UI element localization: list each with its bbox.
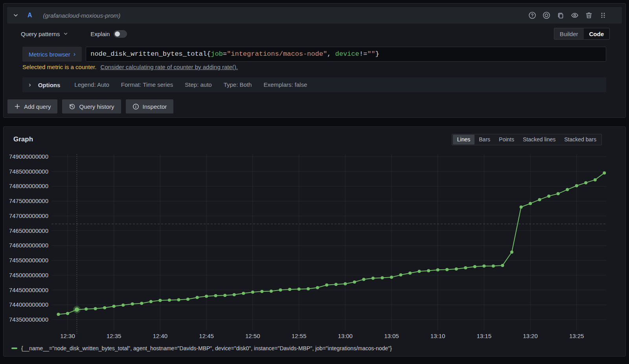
collapse-chevron-icon[interactable] bbox=[13, 12, 19, 18]
data-point[interactable] bbox=[223, 294, 226, 297]
data-point[interactable] bbox=[307, 287, 310, 291]
data-point[interactable] bbox=[538, 198, 541, 201]
history-icon bbox=[69, 103, 75, 110]
view-mode-stacked-lines[interactable]: Stacked lines bbox=[519, 135, 560, 145]
data-point[interactable] bbox=[547, 194, 550, 198]
promql-query-input[interactable]: node_disk_written_bytes_total{job="integ… bbox=[86, 47, 606, 62]
help-icon[interactable] bbox=[528, 11, 536, 19]
data-point[interactable] bbox=[233, 293, 236, 296]
add-query-button[interactable]: Add query bbox=[7, 99, 57, 113]
data-point[interactable] bbox=[399, 273, 402, 276]
y-axis-tick-label: 747500000000 bbox=[9, 198, 48, 204]
data-point[interactable] bbox=[270, 290, 273, 293]
data-point[interactable] bbox=[344, 282, 347, 285]
data-point[interactable] bbox=[381, 276, 384, 280]
data-point[interactable] bbox=[242, 292, 245, 295]
data-point[interactable] bbox=[427, 269, 430, 273]
query-history-button[interactable]: Query history bbox=[62, 99, 121, 113]
data-point[interactable] bbox=[566, 188, 569, 191]
explain-label: Explain bbox=[90, 31, 110, 37]
data-point[interactable] bbox=[520, 205, 523, 209]
add-rate-link[interactable]: Consider calculating rate of counter by … bbox=[101, 64, 238, 70]
data-point[interactable] bbox=[131, 302, 134, 305]
y-axis-tick-label: 747000000000 bbox=[9, 212, 48, 219]
explain-toggle[interactable] bbox=[114, 30, 127, 38]
data-point[interactable] bbox=[325, 284, 328, 287]
data-point[interactable] bbox=[85, 307, 88, 311]
toggle-knob bbox=[115, 31, 120, 37]
query-token: = bbox=[223, 50, 227, 58]
data-point[interactable] bbox=[362, 278, 365, 281]
builder-mode-button[interactable]: Builder bbox=[554, 28, 584, 39]
code-mode-button[interactable]: Code bbox=[584, 28, 610, 39]
data-point[interactable] bbox=[584, 181, 587, 184]
options-summary-item: Type: Both bbox=[224, 81, 252, 88]
data-point[interactable] bbox=[335, 283, 338, 286]
data-point[interactable] bbox=[260, 290, 263, 293]
view-mode-bars[interactable]: Bars bbox=[475, 135, 495, 145]
x-axis-tick-label: 12:35 bbox=[107, 333, 121, 339]
data-point[interactable] bbox=[603, 172, 606, 175]
data-point[interactable] bbox=[279, 289, 282, 292]
data-point[interactable] bbox=[390, 276, 393, 279]
data-point[interactable] bbox=[464, 266, 467, 269]
data-point[interactable] bbox=[112, 305, 116, 308]
data-point[interactable] bbox=[529, 202, 532, 205]
data-point[interactable] bbox=[196, 296, 199, 299]
data-point[interactable] bbox=[214, 294, 217, 297]
data-point[interactable] bbox=[251, 291, 254, 294]
data-point[interactable] bbox=[168, 298, 171, 302]
record-circle-icon[interactable] bbox=[543, 11, 550, 19]
drag-handle-icon[interactable] bbox=[599, 11, 607, 19]
data-point[interactable] bbox=[186, 298, 189, 301]
data-point[interactable] bbox=[436, 268, 440, 271]
view-mode-lines[interactable]: Lines bbox=[453, 135, 475, 145]
data-point[interactable] bbox=[158, 299, 162, 302]
data-point[interactable] bbox=[455, 267, 458, 271]
eye-icon[interactable] bbox=[571, 11, 579, 19]
copy-icon[interactable] bbox=[557, 11, 565, 19]
data-point[interactable] bbox=[316, 286, 319, 289]
data-point[interactable] bbox=[557, 192, 560, 195]
data-point[interactable] bbox=[57, 313, 60, 316]
data-point[interactable] bbox=[94, 307, 97, 310]
data-point[interactable] bbox=[473, 265, 476, 268]
data-point[interactable] bbox=[445, 268, 449, 271]
options-label: Options bbox=[38, 82, 61, 88]
data-point[interactable] bbox=[482, 264, 486, 267]
trash-icon[interactable] bbox=[585, 11, 593, 19]
datasource-hint: (grafanacloud-moxious-prom) bbox=[43, 12, 528, 19]
data-point[interactable] bbox=[140, 302, 143, 305]
query-row-header[interactable]: A (grafanacloud-moxious-prom) bbox=[7, 7, 622, 24]
view-mode-points[interactable]: Points bbox=[495, 135, 519, 145]
data-point[interactable] bbox=[66, 312, 69, 315]
view-mode-stacked-bars[interactable]: Stacked bars bbox=[560, 135, 601, 145]
data-point[interactable] bbox=[408, 272, 412, 275]
data-point[interactable] bbox=[501, 264, 504, 267]
query-patterns-dropdown[interactable]: Query patterns bbox=[21, 31, 68, 37]
metrics-browser-button[interactable]: Metrics browser › bbox=[22, 47, 82, 62]
data-point[interactable] bbox=[205, 294, 208, 298]
data-point[interactable] bbox=[492, 264, 495, 267]
data-point[interactable] bbox=[594, 178, 597, 181]
inspector-button[interactable]: Inspector bbox=[126, 99, 174, 113]
query-token: device bbox=[335, 50, 359, 58]
time-series-chart[interactable]: 7490000000007485000000007480000000007475… bbox=[4, 127, 625, 342]
data-point[interactable] bbox=[103, 306, 106, 309]
legend-series-label[interactable]: {__name__="node_disk_written_bytes_total… bbox=[21, 345, 392, 351]
data-point[interactable] bbox=[298, 287, 301, 291]
query-token: "integrations/macos-node" bbox=[227, 50, 327, 58]
data-point[interactable] bbox=[288, 288, 291, 291]
legend[interactable]: {__name__="node_disk_written_bytes_total… bbox=[11, 345, 392, 351]
x-axis-tick-label: 13:10 bbox=[430, 333, 445, 339]
options-collapsed-row[interactable]: › Options Legend: AutoFormat: Time serie… bbox=[22, 77, 606, 92]
data-point[interactable] bbox=[575, 184, 578, 187]
data-point[interactable] bbox=[372, 276, 375, 280]
highlighted-point[interactable] bbox=[75, 307, 79, 312]
data-point[interactable] bbox=[149, 300, 153, 303]
data-point[interactable] bbox=[353, 280, 356, 284]
data-point[interactable] bbox=[418, 270, 421, 273]
data-point[interactable] bbox=[510, 251, 513, 254]
data-point[interactable] bbox=[177, 298, 180, 302]
data-point[interactable] bbox=[121, 304, 125, 307]
